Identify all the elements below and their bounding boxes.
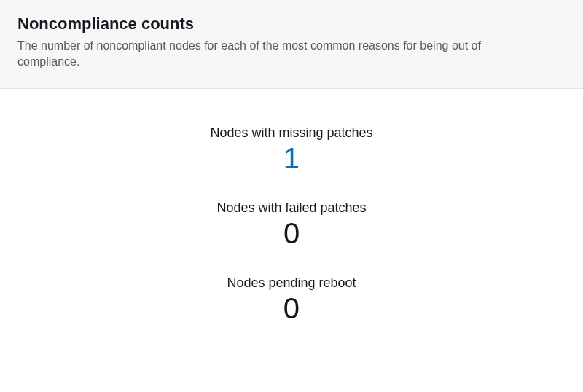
stat-failed-patches: Nodes with failed patches 0 [216, 200, 366, 248]
stat-value-link[interactable]: 1 [283, 144, 300, 173]
panel-description: The number of noncompliant nodes for eac… [17, 38, 542, 71]
stat-missing-patches: Nodes with missing patches 1 [210, 125, 372, 173]
stat-value: 0 [283, 219, 300, 248]
stat-value: 0 [283, 294, 300, 323]
stat-label: Nodes with missing patches [210, 125, 372, 141]
panel-header: Noncompliance counts The number of nonco… [0, 0, 583, 89]
stat-pending-reboot: Nodes pending reboot 0 [227, 275, 356, 323]
panel-title: Noncompliance counts [17, 15, 566, 34]
stats-content: Nodes with missing patches 1 Nodes with … [0, 89, 583, 340]
stat-label: Nodes with failed patches [216, 200, 366, 216]
stat-label: Nodes pending reboot [227, 275, 356, 291]
